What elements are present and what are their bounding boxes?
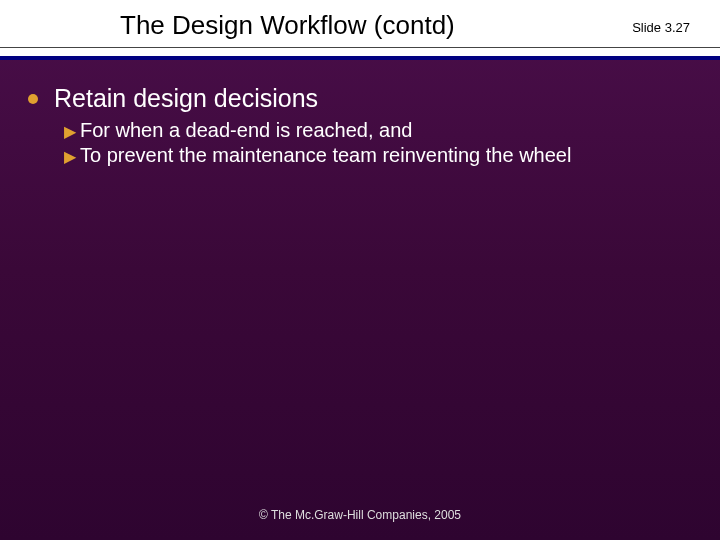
header-inner: The Design Workflow (contd): [0, 10, 720, 48]
slide-content: Retain design decisions ▶ For when a dea…: [0, 60, 720, 167]
copyright-text: © The Mc.Graw-Hill Companies, 2005: [259, 508, 461, 522]
slide-title: The Design Workflow (contd): [0, 10, 720, 41]
slide-number: Slide 3.27: [632, 20, 690, 35]
bullet-dot-icon: [28, 94, 38, 104]
slide-header: The Design Workflow (contd) Slide 3.27: [0, 0, 720, 60]
bullet-item: Retain design decisions: [28, 84, 692, 113]
sub-bullet-item: ▶ For when a dead-end is reached, and: [28, 119, 692, 142]
arrow-icon: ▶: [64, 122, 76, 141]
bullet-text: Retain design decisions: [54, 84, 318, 113]
sub-bullet-text: For when a dead-end is reached, and: [80, 119, 412, 142]
arrow-icon: ▶: [64, 147, 76, 166]
slide-footer: © The Mc.Graw-Hill Companies, 2005: [0, 508, 720, 522]
sub-bullet-text: To prevent the maintenance team reinvent…: [80, 144, 571, 167]
sub-bullet-item: ▶ To prevent the maintenance team reinve…: [28, 144, 692, 167]
